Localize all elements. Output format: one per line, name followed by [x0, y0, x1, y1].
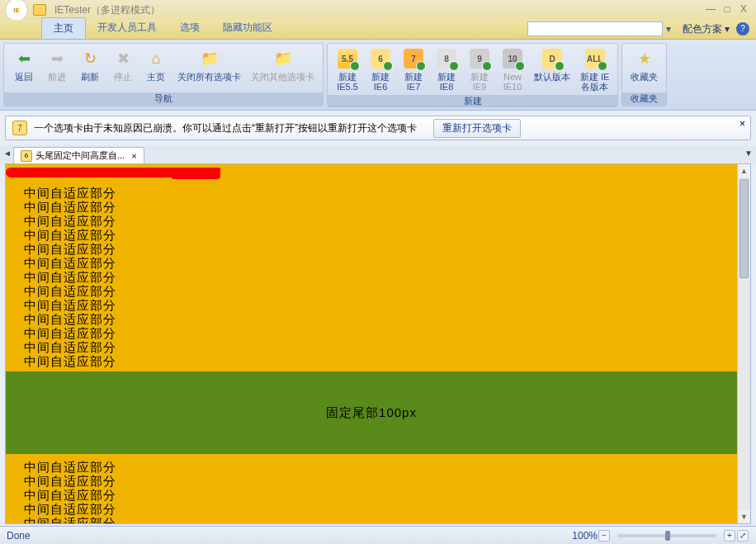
page-body: 中间自适应部分中间自适应部分中间自适应部分中间自适应部分中间自适应部分中间自适应… — [6, 164, 737, 523]
content-line: 中间自适应部分 — [24, 228, 116, 242]
content-line: 中间自适应部分 — [24, 284, 116, 298]
status-text: Done — [7, 530, 31, 542]
notification-close-button[interactable]: × — [739, 118, 745, 130]
document-tab-close[interactable]: × — [131, 151, 136, 161]
document-tab[interactable]: 6 头尾固定中间高度自... × — [13, 147, 144, 163]
ribbon-tab-0[interactable]: 主页 — [41, 17, 86, 39]
app-title: IETester（多进程模式） — [54, 3, 702, 17]
new-6[interactable]: 6新建 IE6 — [364, 45, 397, 93]
ribbon-group-fav-label: 收藏夹 — [622, 92, 666, 106]
nav-主页[interactable]: ⌂主页 — [139, 45, 172, 83]
scroll-thumb[interactable] — [739, 179, 749, 278]
ribbon-tab-3[interactable]: 隐藏功能区 — [211, 17, 284, 39]
前进-icon: ➡ — [45, 47, 69, 70]
page-content: 中间自适应部分中间自适应部分中间自适应部分中间自适应部分中间自适应部分中间自适应… — [6, 164, 737, 523]
ribbon-group-new-label: 新建 — [328, 95, 617, 107]
help-button[interactable]: ? — [736, 22, 749, 35]
new-8[interactable]: 8新建 IE8 — [430, 45, 463, 93]
ie-6-icon: 6 — [369, 47, 392, 70]
close-window-button[interactable]: X — [736, 3, 751, 17]
zoom-value: 100% — [572, 530, 598, 542]
favorites-button[interactable]: ★收藏夹 — [626, 45, 663, 83]
content-line: 中间自适应部分 — [24, 186, 116, 200]
ribbon-tab-1[interactable]: 开发人员工具 — [86, 17, 168, 39]
关闭所有选项卡-icon: 📁 — [198, 47, 221, 70]
app-logo: IE — [5, 0, 28, 21]
nav-停止: ✖停止 — [106, 45, 139, 83]
ribbon-tab-2[interactable]: 选项 — [168, 17, 211, 39]
ie-9-icon: 9 — [468, 47, 491, 70]
停止-icon: ✖ — [111, 47, 135, 70]
nav-关闭所有选项卡[interactable]: 📁关闭所有选项卡 — [172, 45, 246, 83]
返回-icon: ⬅ — [12, 47, 35, 70]
open-folder-icon[interactable] — [33, 4, 46, 16]
new-5.5[interactable]: 5.5新建 IE5.5 — [331, 45, 364, 93]
content-line: 中间自适应部分 — [24, 298, 116, 312]
content-line: 中间自适应部分 — [24, 200, 116, 214]
ribbon-group-nav-label: 导航 — [4, 92, 323, 106]
document-tab-icon: 6 — [21, 150, 32, 162]
redacted-header-tail — [171, 173, 220, 179]
middle-content-bottom: 中间自适应部分中间自适应部分中间自适应部分中间自适应部分中间自适应部分 — [24, 460, 116, 523]
notification-icon: 7 — [12, 121, 27, 135]
reopen-tab-button[interactable]: 重新打开选项卡 — [433, 119, 521, 138]
content-line: 中间自适应部分 — [24, 270, 116, 284]
new-7[interactable]: 7新建 IE7 — [397, 45, 430, 93]
address-input[interactable] — [527, 21, 663, 36]
ribbon-group-favorites: ★收藏夹 收藏夹 — [621, 43, 667, 106]
content-line: 中间自适应部分 — [24, 354, 116, 368]
maximize-button[interactable]: □ — [720, 3, 735, 17]
content-line: 中间自适应部分 — [24, 326, 116, 340]
middle-content-top: 中间自适应部分中间自适应部分中间自适应部分中间自适应部分中间自适应部分中间自适应… — [24, 186, 116, 368]
star-icon: ★ — [633, 47, 656, 70]
address-dropdown-icon[interactable]: ▾ — [663, 23, 674, 35]
new-ALL[interactable]: ALL新建 IE 各版本 — [575, 45, 614, 93]
nav-前进: ➡前进 — [40, 45, 73, 83]
content-line: 中间自适应部分 — [24, 214, 116, 228]
scroll-up-button[interactable]: ▲ — [738, 164, 750, 177]
content-line: 中间自适应部分 — [24, 488, 116, 502]
document-tabstrip: ◄ 6 头尾固定中间高度自... × ▼ — [0, 145, 756, 163]
content-line: 中间自适应部分 — [24, 340, 116, 354]
tab-scroll-left[interactable]: ◄ — [3, 149, 12, 158]
ie-ALL-icon: ALL — [584, 47, 607, 70]
status-bar: Done 100% − + ⤢ — [0, 526, 756, 544]
notification-text: 一个选项卡由于未知原因已崩溃。你可以通过点击“重新打开”按钮以重新打开这个选项卡 — [34, 121, 417, 135]
content-line: 中间自适应部分 — [24, 242, 116, 256]
content-line: 中间自适应部分 — [24, 256, 116, 270]
zoom-out-button[interactable]: − — [598, 530, 610, 542]
new-9: 9新建 IE9 — [463, 45, 496, 93]
nav-关闭其他选项卡: 📁关闭其他选项卡 — [246, 45, 319, 83]
fixed-footer: 固定尾部100px — [6, 371, 737, 454]
zoom-slider[interactable] — [617, 534, 716, 537]
content-line: 中间自适应部分 — [24, 502, 116, 516]
ribbon-tabstrip: 主页开发人员工具选项隐藏功能区 ▾ 配色方案 ▾ ? — [0, 20, 756, 40]
ie-8-icon: 8 — [435, 47, 458, 70]
ribbon-toolbar: ⬅返回➡前进↻刷新✖停止⌂主页📁关闭所有选项卡📁关闭其他选项卡 导航 5.5新建… — [0, 40, 756, 111]
ie-7-icon: 7 — [402, 47, 425, 70]
minimize-button[interactable]: — — [703, 3, 718, 17]
content-line: 中间自适应部分 — [24, 312, 116, 326]
content-line: 中间自适应部分 — [24, 460, 116, 474]
scroll-down-button[interactable]: ▼ — [738, 510, 750, 523]
ie-5.5-icon: 5.5 — [336, 47, 359, 70]
fullscreen-button[interactable]: ⤢ — [737, 530, 749, 542]
zoom-in-button[interactable]: + — [724, 530, 735, 542]
ribbon-group-new: 5.5新建 IE5.56新建 IE67新建 IE78新建 IE89新建 IE91… — [327, 43, 618, 106]
new-10: 10New IE10 — [496, 45, 529, 93]
ribbon-group-nav: ⬅返回➡前进↻刷新✖停止⌂主页📁关闭所有选项卡📁关闭其他选项卡 导航 — [3, 43, 324, 106]
color-scheme-menu[interactable]: 配色方案 ▾ — [683, 22, 730, 36]
关闭其他选项卡-icon: 📁 — [272, 47, 295, 70]
刷新-icon: ↻ — [78, 47, 102, 70]
nav-返回[interactable]: ⬅返回 — [7, 45, 40, 83]
content-line: 中间自适应部分 — [24, 474, 116, 488]
document-tab-title: 头尾固定中间高度自... — [35, 149, 125, 162]
tab-scroll-right[interactable]: ▼ — [744, 149, 753, 158]
new-D[interactable]: D默认版本 — [529, 45, 575, 83]
nav-刷新[interactable]: ↻刷新 — [73, 45, 106, 83]
browser-viewport: 中间自适应部分中间自适应部分中间自适应部分中间自适应部分中间自适应部分中间自适应… — [5, 163, 751, 524]
ie-10-icon: 10 — [501, 47, 524, 70]
content-line: 中间自适应部分 — [24, 516, 116, 523]
vertical-scrollbar[interactable]: ▲ ▼ — [737, 164, 750, 523]
ie-D-icon: D — [541, 47, 564, 70]
